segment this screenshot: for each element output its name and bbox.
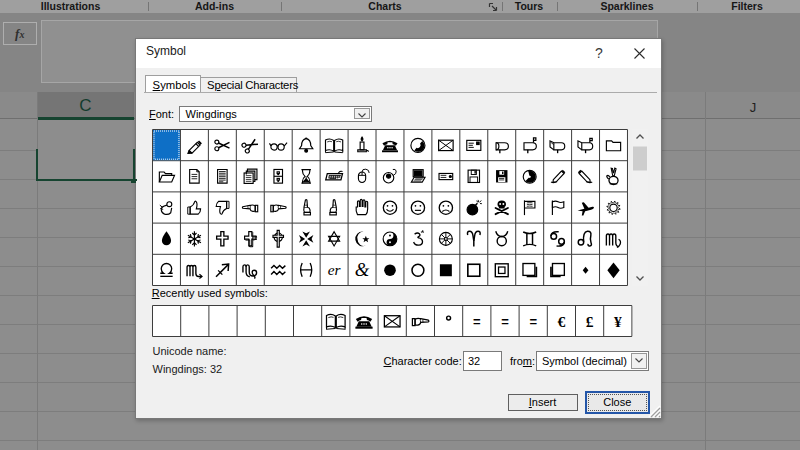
svg-text:=: = bbox=[473, 313, 481, 328]
svg-text:=: = bbox=[529, 313, 537, 328]
svg-text:=: = bbox=[501, 313, 509, 328]
svg-text:€: € bbox=[558, 312, 566, 329]
svg-text:¥: ¥ bbox=[614, 312, 622, 329]
svg-text:£: £ bbox=[586, 312, 594, 329]
